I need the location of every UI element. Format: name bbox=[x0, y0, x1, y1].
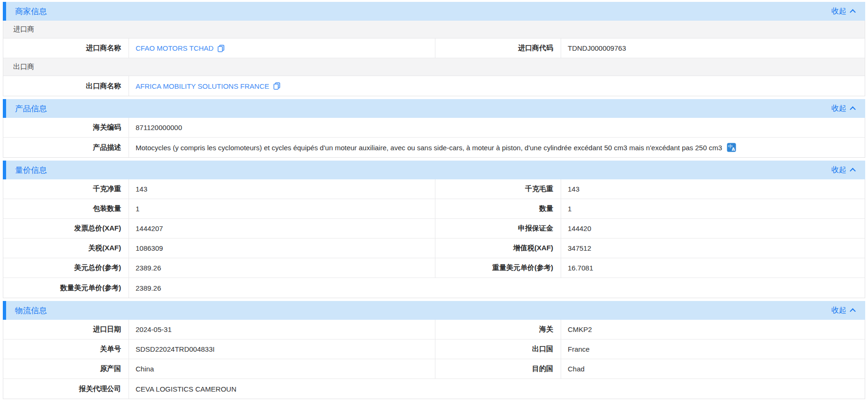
importer-name-value: CFAO MOTORS TCHAD bbox=[136, 44, 213, 52]
usd-unit-weight-label: 重量美元单价(参考) bbox=[435, 258, 561, 278]
exporter-group-label: 出口商 bbox=[13, 62, 34, 71]
table-row: 关税(XAF) 1086309 增值税(XAF) 347512 bbox=[3, 239, 865, 258]
copy-icon[interactable] bbox=[273, 82, 281, 90]
gross-weight-value: 143 bbox=[561, 179, 865, 199]
gross-weight-label: 千克毛重 bbox=[435, 179, 561, 199]
declaration-no-value: SDSD22024TRD004833I bbox=[129, 339, 435, 359]
exporter-name-cell: AFRICA MOBILITY SOLUTIONS FRANCE bbox=[129, 76, 865, 96]
import-date-label: 进口日期 bbox=[3, 320, 129, 339]
importer-group-label: 进口商 bbox=[13, 25, 34, 34]
svg-text:A: A bbox=[732, 147, 735, 152]
merchant-section-header: 商家信息 收起 bbox=[3, 2, 865, 21]
copy-icon[interactable] bbox=[217, 45, 225, 52]
section-accent-bar bbox=[3, 99, 6, 118]
customs-broker-value: CEVA LOGISTICS CAMEROUN bbox=[129, 379, 865, 399]
product-section-header: 产品信息 收起 bbox=[3, 99, 865, 118]
table-row: 出口商名称 AFRICA MOBILITY SOLUTIONS FRANCE bbox=[3, 76, 865, 96]
export-country-value: France bbox=[561, 339, 865, 359]
exporter-name-label: 出口商名称 bbox=[3, 76, 129, 96]
table-row: 原产国 China 目的国 Chad bbox=[3, 359, 865, 379]
quantity-price-collapse-button[interactable]: 收起 bbox=[831, 165, 855, 175]
table-row: 产品描述 Motocycles (y compris les cyclomote… bbox=[3, 138, 865, 157]
customs-duty-label: 关税(XAF) bbox=[3, 239, 129, 258]
invoice-total-label: 发票总价(XAF) bbox=[3, 219, 129, 238]
declared-deposit-label: 申报保证金 bbox=[435, 219, 561, 238]
logistics-section-title: 物流信息 bbox=[15, 305, 47, 316]
importer-name-link[interactable]: CFAO MOTORS TCHAD bbox=[136, 44, 225, 52]
import-date-value: 2024-05-31 bbox=[129, 320, 435, 339]
product-desc-label: 产品描述 bbox=[3, 138, 129, 157]
chevron-up-icon bbox=[850, 168, 856, 174]
origin-country-value: China bbox=[129, 359, 435, 378]
net-weight-value: 143 bbox=[129, 179, 435, 199]
quantity-price-section-header: 量价信息 收起 bbox=[3, 161, 865, 179]
quantity-value: 1 bbox=[561, 199, 865, 218]
translate-icon[interactable]: 中 A bbox=[727, 143, 736, 152]
package-qty-label: 包装数量 bbox=[3, 199, 129, 218]
trade-record-page: 商家信息 收起 进口商 进口商名称 CFAO MOTORS TCHAD bbox=[0, 0, 868, 399]
quantity-price-section-title: 量价信息 bbox=[15, 165, 47, 176]
table-row: 报关代理公司 CEVA LOGISTICS CAMEROUN bbox=[3, 379, 865, 399]
declaration-no-label: 关单号 bbox=[3, 339, 129, 359]
quantity-price-section-body: 千克净重 143 千克毛重 143 包装数量 1 数量 1 发票总价(XAF) … bbox=[3, 179, 865, 298]
importer-name-label: 进口商名称 bbox=[3, 39, 129, 58]
usd-unit-qty-value: 2389.26 bbox=[129, 278, 865, 298]
declared-deposit-value: 144420 bbox=[561, 219, 865, 238]
table-row: 进口日期 2024-05-31 海关 CMKP2 bbox=[3, 320, 865, 339]
merchant-section-title: 商家信息 bbox=[15, 6, 47, 17]
customs-broker-label: 报关代理公司 bbox=[3, 379, 129, 399]
section-merchant-info: 商家信息 收起 进口商 进口商名称 CFAO MOTORS TCHAD bbox=[3, 2, 865, 96]
usd-unit-weight-value: 16.7081 bbox=[561, 258, 865, 278]
hs-code-label: 海关编码 bbox=[3, 118, 129, 137]
table-row: 发票总价(XAF) 1444207 申报保证金 144420 bbox=[3, 219, 865, 239]
collapse-label: 收起 bbox=[831, 165, 846, 175]
importer-code-value: TDNDJ000009763 bbox=[561, 39, 865, 58]
origin-country-label: 原产国 bbox=[3, 359, 129, 378]
package-qty-value: 1 bbox=[129, 199, 435, 218]
invoice-total-value: 1444207 bbox=[129, 219, 435, 238]
logistics-section-header: 物流信息 收起 bbox=[3, 301, 865, 320]
vat-label: 增值税(XAF) bbox=[435, 239, 561, 258]
destination-country-value: Chad bbox=[561, 359, 865, 378]
table-row: 千克净重 143 千克毛重 143 bbox=[3, 179, 865, 199]
customs-duty-value: 1086309 bbox=[129, 239, 435, 258]
importer-group-header: 进口商 bbox=[3, 21, 865, 39]
usd-total-value: 2389.26 bbox=[129, 258, 435, 278]
logistics-section-body: 进口日期 2024-05-31 海关 CMKP2 关单号 SDSD22024TR… bbox=[3, 320, 865, 399]
section-accent-bar bbox=[3, 301, 6, 320]
collapse-label: 收起 bbox=[831, 7, 846, 16]
section-quantity-price-info: 量价信息 收起 千克净重 143 千克毛重 143 包装数量 1 数量 1 发票… bbox=[3, 161, 865, 298]
merchant-section-body: 进口商 进口商名称 CFAO MOTORS TCHAD bbox=[3, 21, 865, 96]
merchant-collapse-button[interactable]: 收起 bbox=[831, 7, 855, 16]
product-desc-value: Motocycles (y compris les cyclomoteurs) … bbox=[136, 144, 722, 152]
exporter-name-link[interactable]: AFRICA MOBILITY SOLUTIONS FRANCE bbox=[136, 82, 281, 90]
chevron-up-icon bbox=[850, 308, 856, 314]
logistics-collapse-button[interactable]: 收起 bbox=[831, 306, 855, 316]
section-accent-bar bbox=[3, 2, 6, 21]
product-section-title: 产品信息 bbox=[15, 103, 47, 114]
destination-country-label: 目的国 bbox=[435, 359, 561, 378]
section-accent-bar bbox=[3, 161, 6, 179]
product-section-body: 海关编码 871120000000 产品描述 Motocycles (y com… bbox=[3, 118, 865, 158]
chevron-up-icon bbox=[850, 106, 856, 112]
section-product-info: 产品信息 收起 海关编码 871120000000 产品描述 Motocycle… bbox=[3, 99, 865, 158]
export-country-label: 出口国 bbox=[435, 339, 561, 359]
net-weight-label: 千克净重 bbox=[3, 179, 129, 199]
usd-unit-qty-label: 数量美元单价(参考) bbox=[3, 278, 129, 298]
customs-office-value: CMKP2 bbox=[561, 320, 865, 339]
usd-total-label: 美元总价(参考) bbox=[3, 258, 129, 278]
collapse-label: 收起 bbox=[831, 104, 846, 114]
table-row: 包装数量 1 数量 1 bbox=[3, 199, 865, 219]
table-row: 数量美元单价(参考) 2389.26 bbox=[3, 278, 865, 298]
product-collapse-button[interactable]: 收起 bbox=[831, 104, 855, 114]
vat-value: 347512 bbox=[561, 239, 865, 258]
section-logistics-info: 物流信息 收起 进口日期 2024-05-31 海关 CMKP2 关单号 SDS… bbox=[3, 301, 865, 399]
quantity-label: 数量 bbox=[435, 199, 561, 218]
importer-name-cell: CFAO MOTORS TCHAD bbox=[129, 39, 435, 58]
table-row: 关单号 SDSD22024TRD004833I 出口国 France bbox=[3, 339, 865, 359]
table-row: 海关编码 871120000000 bbox=[3, 118, 865, 138]
exporter-group-header: 出口商 bbox=[3, 58, 865, 76]
exporter-name-value: AFRICA MOBILITY SOLUTIONS FRANCE bbox=[136, 82, 269, 90]
collapse-label: 收起 bbox=[831, 306, 846, 316]
table-row: 进口商名称 CFAO MOTORS TCHAD 进口商代码 TDNDJ00000… bbox=[3, 39, 865, 58]
